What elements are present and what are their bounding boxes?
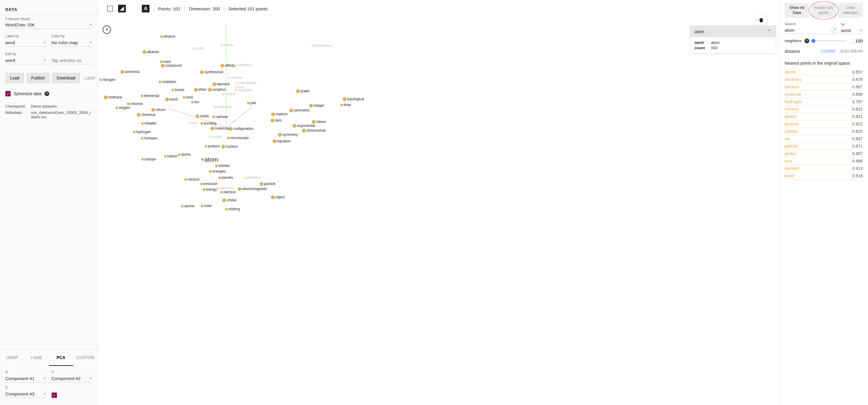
label-by-select[interactable]: word▼ [5,39,46,46]
box-select-icon[interactable] [106,5,114,12]
chevron-up-icon[interactable]: ⌃ [768,29,772,34]
axes-lines [98,18,365,225]
nearest-row[interactable]: proton0.887 [785,150,863,158]
svg-rect-0 [107,6,113,11]
chevron-down-icon: ▼ [43,377,46,380]
hover-card-row: count550 [694,46,772,50]
nearest-list: atoms0.557electrons0.678electron0.687mol… [785,68,863,180]
inspector-panel: Show All Data Isolate 101 points Clear s… [779,0,868,405]
chevron-down-icon: ▼ [89,377,92,380]
projection-tabs: UMAPt-SNEPCACUSTOM [0,349,98,366]
dimension-stat: Dimension: 200 [189,6,220,11]
edit-by-select[interactable]: word▼ [5,57,46,64]
chevron-down-icon: ▼ [43,41,46,44]
color-by-label: Color by [52,34,93,38]
nearest-row[interactable]: atomic0.821 [785,113,863,121]
search-by-select[interactable]: word▼ [841,27,863,34]
tab-umap[interactable]: UMAP [0,350,24,366]
label-button[interactable]: Label [82,73,97,83]
svg-line-2 [169,108,227,128]
data-panel: DATA 5 tensors found Word2Vec 10K ▼ Labe… [0,0,98,405]
sphereize-label: Sphereize data [13,91,41,96]
nearest-row[interactable]: hydrogen0.797 [785,98,863,106]
svg-line-3 [227,107,252,128]
chevron-down-icon: ▼ [860,29,863,32]
nearest-row[interactable]: electron0.687 [785,83,863,91]
pca-x-label: X [5,370,46,374]
tab-custom[interactable]: CUSTOM [73,350,98,366]
show-all-button[interactable]: Show All Data [785,3,809,18]
color-by-select[interactable]: No color map▼ [52,39,93,46]
neighbors-label: neighbors [785,38,802,43]
toolbar: A Points: 101 Dimension: 200 Selected 10… [98,0,779,17]
isolate-button[interactable]: Isolate 101 points [811,3,836,18]
help-icon[interactable]: ? [805,38,809,43]
nearest-row[interactable]: molecule0.696 [785,91,863,98]
search-label: Search [785,22,837,26]
nearest-row[interactable]: ion0.847 [785,135,863,143]
distance-euclidean[interactable]: EUCLIDEAN [841,49,863,54]
pca-z-checkbox[interactable]: ✓ [52,393,57,398]
help-icon[interactable]: ? [44,91,49,96]
metadata-value: oss_data/word2vec_10000_200d_labels.tsv [31,110,92,119]
nearest-row[interactable]: nucleus0.812 [785,106,863,113]
download-button[interactable]: Download [52,73,80,83]
neighbors-slider[interactable] [812,40,847,41]
tab-pca[interactable]: PCA [49,350,73,366]
tensors-found: 5 tensors found [5,17,92,21]
hover-card-row: wordatom [694,40,772,45]
nearest-row[interactable]: protons0.822 [785,121,863,128]
pca-x-select[interactable]: Component #1▼ [5,375,46,382]
data-panel-title: DATA [0,0,98,15]
nearest-row[interactable]: bond0.916 [785,172,863,180]
label-by-label: Label by [5,34,46,38]
tag-input[interactable] [52,57,93,64]
regex-toggle[interactable]: .* [832,28,837,33]
sphereize-checkbox[interactable]: ✓ [5,91,11,96]
contrast-icon[interactable] [118,5,126,12]
projector-canvas[interactable]: A Points: 101 Dimension: 200 Selected 10… [98,0,779,405]
neighbors-value[interactable] [849,38,863,43]
points-stat: Points: 101 [158,6,180,11]
chevron-down-icon: ▼ [43,59,46,62]
pca-y-select[interactable]: Component #2▼ [52,375,93,382]
metadata-label: Metadata: [5,110,29,119]
nearest-row[interactable]: ions0.898 [785,158,863,165]
nearest-row[interactable]: electrons0.678 [785,76,863,83]
clear-selection-button[interactable]: Clear selection [838,3,863,18]
nearest-header: Nearest points in the original space: [785,61,863,66]
search-input[interactable]: atom .* [785,27,837,34]
pca-y-label: Y [52,370,93,374]
checkpoint-value: Demo datasets [31,104,92,108]
nearest-row[interactable]: atoms0.557 [785,68,863,76]
load-button[interactable]: Load [5,73,24,83]
pca-z-label: Z [5,385,46,390]
nearest-row[interactable]: orbitals0.825 [785,128,863,135]
hover-card-title: atom [694,29,704,34]
nearest-row[interactable]: element0.913 [785,165,863,172]
edit-by-label: Edit by [5,52,46,56]
tensor-select-value: Word2Vec 10K [5,22,35,27]
nearest-row[interactable]: particle0.871 [785,143,863,150]
distance-cosine[interactable]: COSINE [821,49,836,54]
checkpoint-label: Checkpoint: [5,104,29,108]
pca-z-select[interactable]: Component #3▼ [5,390,46,398]
publish-button[interactable]: Publish [26,73,50,83]
search-by-label: by [841,22,863,26]
chevron-down-icon: ▼ [89,41,92,44]
hover-card: atom ⌃ wordatomcount550 [690,26,776,54]
chevron-down-icon: ▼ [43,392,46,396]
tensor-select[interactable]: Word2Vec 10K ▼ [5,21,92,29]
labels-icon[interactable]: A [142,5,150,12]
tab-t-sne[interactable]: t-SNE [24,350,49,366]
pca-options: X Component #1▼ Y Component #2▼ Z Compon… [0,366,98,405]
selected-stat: Selected 101 points [228,6,268,11]
chevron-down-icon: ▼ [89,23,92,26]
distance-label: distance [785,49,800,54]
night-mode-icon[interactable] [130,5,137,12]
